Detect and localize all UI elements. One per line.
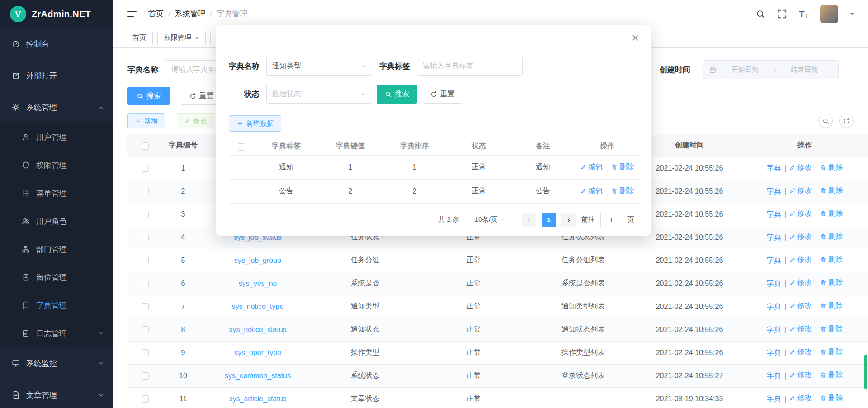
next-page-button[interactable]: › (561, 213, 576, 227)
dict-type-link[interactable]: sys_common_status (225, 372, 291, 380)
row-checkbox[interactable] (142, 188, 149, 195)
dict-type-link[interactable]: sys_article_status (229, 395, 286, 403)
dict-data-link[interactable]: 字典 (767, 371, 781, 381)
delete-link[interactable]: 删除 (820, 186, 843, 195)
delete-link[interactable]: 删除 (820, 347, 843, 357)
edit-link[interactable]: 修改 (789, 347, 812, 357)
delete-link[interactable]: 删除 (611, 186, 634, 196)
row-checkbox[interactable] (142, 234, 149, 241)
row-checkbox[interactable] (142, 349, 149, 356)
breadcrumb-home[interactable]: 首页 (148, 9, 164, 19)
tab-permissions[interactable]: 权限管理 × (157, 31, 206, 45)
dict-type-link[interactable]: sys_oper_type (234, 349, 281, 357)
edit-button[interactable]: 修改 (177, 113, 214, 128)
edit-link[interactable]: 修改 (789, 301, 812, 311)
caret-down-icon[interactable] (850, 13, 854, 15)
sidebar-item-roles[interactable]: 用户角色 (0, 207, 113, 235)
row-checkbox[interactable] (142, 326, 149, 333)
delete-link[interactable]: 删除 (820, 278, 843, 288)
edit-link[interactable]: 修改 (789, 324, 812, 334)
dict-type-link[interactable]: sys_job_group (234, 256, 281, 265)
row-checkbox[interactable] (142, 280, 149, 287)
add-button[interactable]: 新增 (127, 113, 165, 128)
show-search-button[interactable] (818, 114, 833, 128)
tab-home[interactable]: 首页 (126, 31, 153, 45)
sidebar-item-dicts[interactable]: 字典管理 (0, 291, 113, 319)
dialog-reset-button[interactable]: 重置 (423, 85, 462, 104)
row-checkbox[interactable] (142, 257, 149, 264)
sidebar-item-posts[interactable]: 岗位管理 (0, 263, 113, 291)
row-checkbox[interactable] (142, 211, 149, 218)
dict-data-link[interactable]: 字典 (767, 233, 781, 242)
sidebar-item-external[interactable]: 外部打开 (0, 60, 113, 91)
delete-link[interactable]: 删除 (820, 301, 843, 311)
status-select[interactable]: 数据状态 (266, 85, 372, 104)
delete-link[interactable]: 删除 (820, 394, 843, 403)
dict-type-link[interactable]: sys_notice_type (232, 303, 284, 311)
delete-link[interactable]: 删除 (820, 255, 843, 265)
goto-page-input[interactable] (600, 212, 622, 228)
sidebar-item-logs[interactable]: 日志管理 (0, 319, 113, 347)
delete-link[interactable]: 删除 (820, 163, 843, 172)
dict-type-link[interactable]: sys_notice_status (229, 326, 286, 334)
edit-link[interactable]: 编辑 (580, 162, 603, 172)
edit-link[interactable]: 编辑 (580, 186, 603, 196)
dict-data-link[interactable]: 字典 (767, 210, 781, 219)
refresh-table-button[interactable] (839, 114, 854, 128)
row-checkbox[interactable] (142, 165, 149, 172)
dict-data-link[interactable]: 字典 (767, 187, 781, 196)
delete-link[interactable]: 删除 (820, 232, 843, 242)
date-range-picker[interactable]: 开始日期 - 结束日期 (703, 60, 839, 79)
dict-data-link[interactable]: 字典 (767, 302, 781, 312)
dict-data-link[interactable]: 字典 (767, 164, 781, 173)
edit-link[interactable]: 修改 (789, 370, 812, 380)
delete-link[interactable]: 删除 (820, 324, 843, 334)
edit-link[interactable]: 修改 (789, 278, 812, 288)
edit-link[interactable]: 修改 (789, 163, 812, 172)
delete-link[interactable]: 删除 (611, 162, 634, 172)
edit-link[interactable]: 修改 (789, 232, 812, 242)
font-size-icon[interactable] (799, 9, 808, 19)
current-page-button[interactable]: 1 (542, 213, 556, 227)
row-checkbox[interactable] (142, 372, 149, 380)
select-all-checkbox[interactable] (142, 142, 149, 150)
dict-type-link[interactable]: sys_yes_no (239, 280, 277, 288)
dict-name-select[interactable]: 通知类型 (266, 57, 372, 76)
edit-link[interactable]: 修改 (789, 255, 812, 265)
page-size-select[interactable]: 10条/页 (465, 212, 516, 228)
dict-data-link[interactable]: 字典 (767, 348, 781, 358)
edit-link[interactable]: 修改 (789, 394, 812, 403)
sidebar-item-system[interactable]: 系统管理 (0, 91, 113, 123)
sidebar-item-dashboard[interactable]: 控制台 (0, 28, 113, 60)
dialog-search-button[interactable]: 搜索 (377, 85, 417, 104)
dict-data-link[interactable]: 字典 (767, 256, 781, 266)
search-button[interactable]: 搜索 (127, 87, 170, 105)
dict-data-link[interactable]: 字典 (767, 279, 781, 289)
hamburger-icon[interactable] (127, 9, 137, 19)
delete-link[interactable]: 删除 (820, 209, 843, 218)
close-icon[interactable]: × (632, 32, 639, 44)
edit-link[interactable]: 修改 (789, 186, 812, 195)
sidebar-item-users[interactable]: 用户管理 (0, 123, 113, 151)
prev-page-button[interactable]: ‹ (522, 213, 536, 227)
scrollbar-thumb[interactable] (864, 355, 867, 389)
sidebar-item-permissions[interactable]: 权限管理 (0, 151, 113, 179)
sidebar-item-monitor[interactable]: 系统监控 (0, 347, 113, 379)
fullscreen-icon[interactable] (777, 9, 787, 19)
add-dict-data-button[interactable]: 新增数据 (229, 115, 281, 132)
close-icon[interactable]: × (195, 34, 199, 41)
dict-data-link[interactable]: 字典 (767, 325, 781, 335)
search-icon[interactable] (755, 9, 765, 19)
row-checkbox[interactable] (142, 395, 149, 403)
edit-link[interactable]: 修改 (789, 209, 812, 218)
row-checkbox[interactable] (238, 164, 245, 171)
user-avatar[interactable] (820, 5, 838, 23)
sidebar-item-menus[interactable]: 菜单管理 (0, 179, 113, 207)
delete-link[interactable]: 删除 (820, 370, 843, 380)
select-all-checkbox[interactable] (238, 143, 245, 151)
dict-label-input[interactable] (417, 57, 523, 76)
row-checkbox[interactable] (142, 303, 149, 310)
dict-data-link[interactable]: 字典 (767, 394, 781, 404)
sidebar-item-articles[interactable]: 文章管理 (0, 379, 113, 408)
sidebar-item-departments[interactable]: 部门管理 (0, 235, 113, 263)
